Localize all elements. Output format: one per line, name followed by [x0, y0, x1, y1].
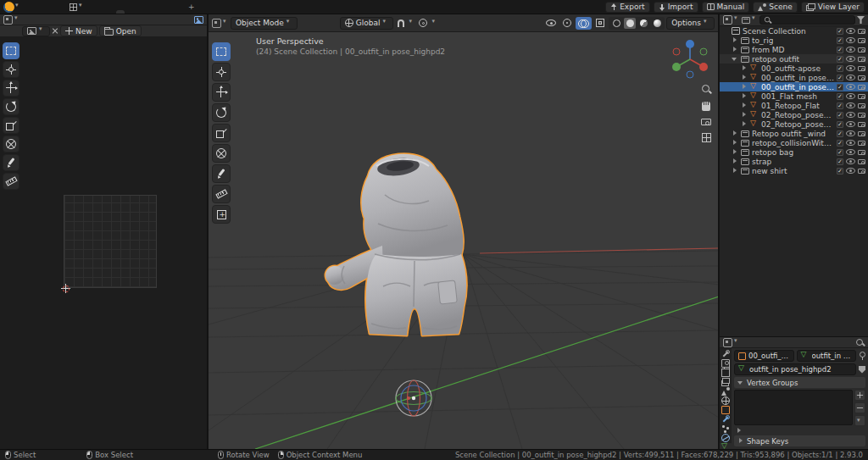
expand-arrow-icon[interactable] [732, 47, 738, 53]
hide-eye-icon[interactable] [846, 65, 855, 71]
render-visibility-icon[interactable] [858, 47, 865, 53]
outliner-row[interactable]: strap [720, 157, 868, 166]
hide-eye-icon[interactable] [846, 130, 855, 136]
display-mode-caret-icon[interactable] [752, 16, 758, 24]
properties-tab[interactable] [720, 406, 732, 414]
properties-tab[interactable] [720, 415, 732, 424]
outliner-row[interactable]: 02_Retopo_posed pants [720, 110, 868, 119]
mode-selector[interactable]: Object Mode [231, 17, 298, 30]
proportional-editing-toggle[interactable] [416, 17, 430, 30]
pan-hand-icon[interactable] [702, 102, 710, 111]
hide-eye-icon[interactable] [846, 103, 855, 108]
workspace-tab[interactable] [125, 10, 133, 14]
uv-tool-button[interactable] [3, 80, 19, 97]
render-visibility-icon[interactable] [858, 122, 865, 127]
properties-tab[interactable] [720, 350, 732, 358]
expand-arrow-icon[interactable] [732, 130, 738, 137]
view-layer-selector[interactable]: View Layer [801, 2, 865, 13]
workspace-tab[interactable] [150, 10, 159, 14]
render-visibility-icon[interactable] [858, 94, 865, 99]
export-button[interactable]: Export [605, 2, 649, 13]
viewport-tool-button[interactable] [212, 124, 231, 142]
render-visibility-icon[interactable] [858, 131, 865, 136]
render-visibility-icon[interactable] [858, 66, 865, 71]
options-dropdown[interactable]: Options [666, 17, 715, 30]
workspace-tab[interactable] [108, 10, 116, 14]
mesh-name-field-short[interactable]: outfit_in pose_... [797, 350, 857, 362]
render-visibility-icon[interactable] [858, 29, 865, 34]
workspace-tab[interactable] [142, 10, 150, 14]
viewport-tool-button[interactable] [212, 164, 231, 183]
properties-tab[interactable] [720, 387, 732, 396]
viewport-tool-button[interactable] [212, 205, 231, 224]
outliner-row[interactable]: retopo_collisionWithGun [720, 138, 868, 147]
properties-tab[interactable] [720, 369, 732, 377]
hide-eye-icon[interactable] [846, 84, 855, 90]
expand-arrow-icon[interactable] [741, 112, 748, 119]
camera-view-icon[interactable] [701, 119, 711, 125]
expand-arrow-icon[interactable] [732, 140, 738, 147]
blender-logo-icon[interactable] [3, 2, 14, 13]
expand-arrow-icon[interactable] [741, 121, 748, 128]
viewport-toggle-button[interactable] [593, 17, 607, 30]
exclude-checkbox[interactable] [837, 130, 843, 137]
expand-arrow-icon[interactable] [732, 37, 738, 44]
properties-tab[interactable] [720, 396, 732, 405]
uv-tool-button[interactable] [3, 154, 19, 171]
uv-tool-button[interactable] [3, 98, 19, 115]
outliner-search-input[interactable] [775, 16, 852, 25]
viewport-tool-button[interactable] [212, 144, 231, 163]
vertex-groups-list[interactable] [734, 390, 853, 425]
editor-type-caret-icon[interactable] [14, 16, 20, 24]
workspace-tab[interactable] [167, 10, 175, 14]
properties-tab[interactable] [720, 443, 732, 449]
hide-eye-icon[interactable] [846, 93, 855, 99]
render-visibility-icon[interactable] [858, 169, 865, 174]
hide-eye-icon[interactable] [846, 28, 855, 34]
outliner-row[interactable]: Retopo outfit _wind [720, 129, 868, 138]
viewport-toggle-button[interactable] [560, 17, 574, 30]
exclude-checkbox[interactable] [837, 168, 843, 175]
zoom-icon[interactable] [701, 84, 711, 94]
viewport-tool-button[interactable] [212, 42, 231, 61]
shape-keys-panel-header[interactable]: Shape Keys [734, 435, 865, 446]
outliner-row[interactable]: 01_Retopo_Flat [720, 101, 868, 110]
uv-tool-button[interactable] [3, 42, 19, 59]
navigation-gizmo[interactable] [665, 36, 715, 82]
hide-eye-icon[interactable] [846, 37, 855, 43]
render-visibility-icon[interactable] [858, 85, 865, 90]
exclude-checkbox[interactable] [837, 47, 843, 53]
outliner-row[interactable]: from MD [720, 45, 868, 54]
outliner-row[interactable]: Scene Collection [720, 26, 868, 36]
workspace-tab[interactable] [159, 10, 167, 14]
open-image-button[interactable]: Open [99, 25, 142, 36]
selected-object-model[interactable] [326, 154, 466, 335]
workspace-tab[interactable] [99, 10, 108, 14]
hide-eye-icon[interactable] [846, 121, 855, 127]
workspace-tab[interactable] [175, 10, 184, 14]
editor-type-icon[interactable] [723, 15, 732, 25]
workspace-switcher-caret-icon[interactable] [79, 3, 85, 11]
hide-eye-icon[interactable] [846, 168, 855, 174]
shading-mode-button[interactable] [610, 18, 622, 29]
filter-funnel-icon[interactable] [857, 16, 865, 24]
unlink-image-icon[interactable] [52, 28, 58, 35]
hide-eye-icon[interactable] [846, 75, 855, 80]
viewport-canvas[interactable] [209, 32, 719, 449]
transform-orientation-selector[interactable]: Global [340, 17, 394, 30]
exclude-checkbox[interactable] [837, 158, 843, 165]
workspace-tab[interactable] [116, 10, 125, 14]
render-visibility-icon[interactable] [858, 38, 865, 43]
workspace-switcher-icon[interactable] [70, 3, 77, 11]
exclude-checkbox[interactable] [837, 112, 843, 119]
uv-canvas[interactable] [0, 37, 207, 449]
shading-mode-button[interactable] [624, 18, 636, 29]
editor-type-caret-icon[interactable] [223, 19, 229, 27]
exclude-checkbox[interactable] [837, 149, 843, 156]
editor-type-icon[interactable] [3, 15, 13, 25]
exclude-checkbox[interactable] [837, 37, 843, 44]
editor-type-caret-icon[interactable] [734, 16, 740, 24]
editor-type-icon[interactable] [212, 19, 221, 28]
display-mode-icon[interactable] [742, 17, 750, 24]
exclude-checkbox[interactable] [837, 140, 843, 147]
